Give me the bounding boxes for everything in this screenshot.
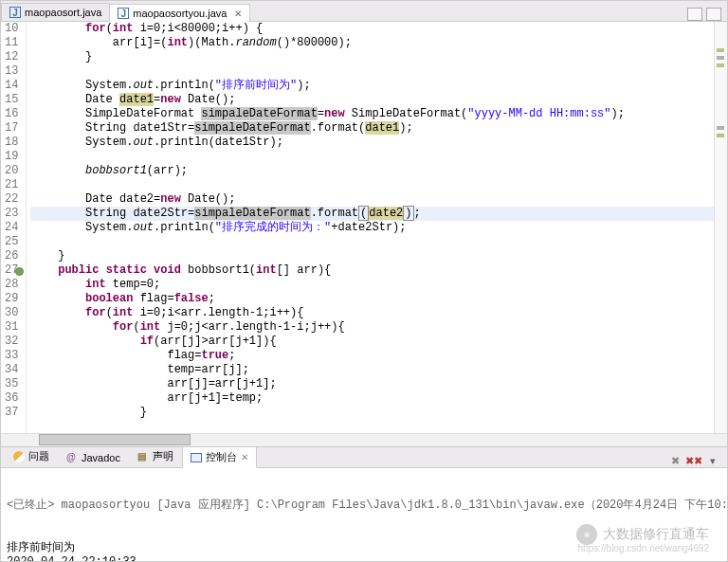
code-line[interactable]: SimpleDateFormat simpaleDateFormat=new S… <box>30 107 714 121</box>
close-icon[interactable]: ✕ <box>241 452 248 462</box>
view-tab-label: 声明 <box>153 449 173 463</box>
minimize-button[interactable] <box>687 8 702 21</box>
code-line[interactable]: System.out.println(date1Str); <box>30 136 714 150</box>
code-area: 1011121314151617181920212223242526272829… <box>1 22 727 433</box>
console-icon <box>191 453 202 462</box>
remove-launch-icon[interactable]: ✖ <box>668 454 682 467</box>
view-tab-console[interactable]: 控制台 ✕ <box>182 446 257 468</box>
code-line[interactable]: flag=true; <box>30 349 714 363</box>
maximize-button[interactable] <box>706 8 721 21</box>
view-tab-decl[interactable]: ▤声明 <box>129 445 182 467</box>
code-line[interactable]: arr[i]=(int)(Math.random()*800000); <box>30 36 714 50</box>
java-file-icon: J <box>118 8 129 19</box>
console-line: 2020-04-24 22:10:33 <box>7 555 721 561</box>
editor-panel: Jmaopaosort.javaJmaopaosortyou.java✕ 101… <box>1 1 727 447</box>
console-output[interactable]: <已终止> maopaosortyou [Java 应用程序] C:\Progr… <box>1 468 727 561</box>
code-line[interactable] <box>30 178 714 192</box>
tab-label: maopaosort.java <box>25 7 101 18</box>
code-line[interactable]: arr[j+1]=temp; <box>30 391 714 406</box>
views-tab-bar: 问题@Javadoc▤声明控制台 ✕ ✖ ✖✖ ▾ <box>1 447 727 468</box>
code-line[interactable]: bobbsort1(arr); <box>30 164 714 178</box>
code-line[interactable]: } <box>30 50 714 64</box>
close-icon[interactable]: ✕ <box>234 9 242 19</box>
tab-label: maopaosortyou.java <box>133 8 227 19</box>
code-line[interactable]: System.out.println("排序完成的时间为："+date2Str)… <box>30 221 714 235</box>
code-line[interactable]: temp=arr[j]; <box>30 363 714 377</box>
view-tab-problem[interactable]: 问题 <box>5 445 58 467</box>
javadoc-icon: @ <box>66 452 78 463</box>
console-toolbar: ✖ ✖✖ ▾ <box>668 454 723 467</box>
code-line[interactable]: for(int i=0;i<80000;i++) { <box>30 22 714 36</box>
code-line[interactable]: String date1Str=simpaleDateFormat.format… <box>30 121 714 136</box>
java-file-icon: J <box>9 7 21 18</box>
overview-ruler[interactable] <box>714 22 727 433</box>
code-line[interactable]: public static void bobbsort1(int[] arr){ <box>30 263 714 278</box>
view-tab-label: 控制台 <box>206 450 237 464</box>
console-menu-icon[interactable]: ▾ <box>706 454 719 467</box>
remove-all-icon[interactable]: ✖✖ <box>687 454 701 467</box>
code-line[interactable]: String date2Str=simpaleDateFormat.format… <box>30 207 714 221</box>
console-header: <已终止> maopaosortyou [Java 应用程序] C:\Progr… <box>7 499 721 513</box>
code-line[interactable]: for(int j=0;j<arr.length-1-i;j++){ <box>30 320 714 335</box>
code-line[interactable]: Date date1=new Date(); <box>30 93 714 107</box>
code-line[interactable]: boolean flag=false; <box>30 292 714 306</box>
editor-tab-toolbar <box>687 8 727 21</box>
code-line[interactable]: } <box>30 249 714 263</box>
editor-tab-bar: Jmaopaosort.javaJmaopaosortyou.java✕ <box>1 1 727 22</box>
code-line[interactable]: if(arr[j]>arr[j+1]){ <box>30 335 714 349</box>
editor-tab[interactable]: Jmaopaosort.java <box>1 3 110 21</box>
view-tab-label: Javadoc <box>82 452 120 463</box>
view-tab-label: 问题 <box>28 449 49 463</box>
editor-tab[interactable]: Jmaopaosortyou.java✕ <box>109 4 250 22</box>
view-tab-javadoc[interactable]: @Javadoc <box>58 448 129 467</box>
code-line[interactable] <box>30 150 714 164</box>
line-number-gutter: 1011121314151617181920212223242526272829… <box>1 22 27 433</box>
code-line[interactable]: for(int i=0;i<arr.length-1;i++){ <box>30 306 714 320</box>
horizontal-scrollbar[interactable] <box>1 433 727 446</box>
code-body[interactable]: for(int i=0;i<80000;i++) { arr[i]=(int)(… <box>27 22 714 433</box>
code-line[interactable]: arr[j]=arr[j+1]; <box>30 377 714 391</box>
code-line[interactable] <box>30 64 714 79</box>
code-line[interactable] <box>30 235 714 249</box>
code-line[interactable]: int temp=0; <box>30 278 714 292</box>
console-line: 排序前时间为 <box>7 541 721 555</box>
problems-icon <box>13 451 25 462</box>
code-line[interactable]: Date date2=new Date(); <box>30 192 714 207</box>
declaration-icon: ▤ <box>137 451 149 462</box>
code-line[interactable]: System.out.println("排序前时间为"); <box>30 79 714 93</box>
code-line[interactable]: } <box>30 406 714 420</box>
bottom-panel: 问题@Javadoc▤声明控制台 ✕ ✖ ✖✖ ▾ <已终止> maopaoso… <box>1 447 727 561</box>
